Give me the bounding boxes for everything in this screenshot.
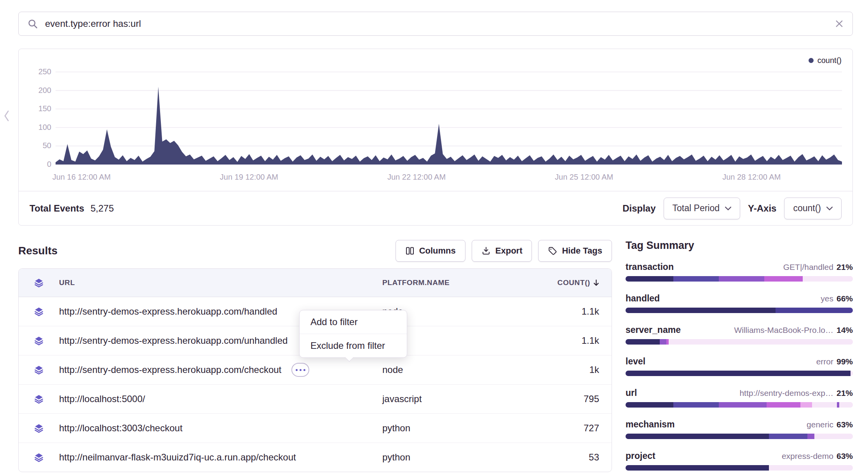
yaxis-value: count() [793, 203, 821, 214]
stack-icon [34, 423, 44, 433]
stack-icon [34, 365, 44, 375]
url-cell: http://neilmanvar-flask-m3uuizd7iq-uc.a.… [59, 452, 296, 463]
tag-bar-segment [851, 371, 853, 376]
columns-icon [405, 246, 415, 256]
legend-label: count() [817, 56, 842, 65]
ellipsis-dot [303, 369, 305, 371]
tag-bar-segment [669, 339, 853, 345]
tag-summary-title: Tag Summary [626, 240, 853, 252]
menu-item-exclude-from-filter[interactable]: Exclude from filter [300, 334, 407, 357]
table-row[interactable]: http://localhost:3003/checkoutpython727 [19, 413, 612, 443]
display-period-value: Total Period [673, 203, 720, 214]
menu-item-add-to-filter[interactable]: Add to filter [300, 310, 407, 334]
tag-icon [548, 246, 557, 256]
tag-bar-segment [839, 402, 853, 408]
tag-top-value: yes66% [821, 294, 853, 303]
results-header: Results Columns Export Hide Tags [18, 240, 612, 262]
sort-desc-icon [593, 280, 599, 286]
chart-legend[interactable]: count() [809, 56, 842, 65]
tag-bar-segment [626, 434, 769, 439]
tag-distribution-bar[interactable] [626, 465, 853, 471]
tag-bar-segment [800, 402, 812, 408]
ellipsis-dot [296, 369, 298, 371]
table-row[interactable]: http://sentry-demos-express.herokuapp.co… [19, 355, 612, 384]
tag-bar-segment [767, 402, 801, 408]
count-cell: 53 [589, 452, 599, 463]
column-header-platform[interactable]: PLATFORM.NAME [382, 278, 531, 287]
area-chart [56, 72, 842, 164]
y-axis-tick: 50 [24, 141, 51, 150]
search-input[interactable] [44, 18, 828, 30]
count-series-area [56, 87, 842, 164]
tag-bar-segment [626, 371, 851, 376]
count-cell: 1.1k [582, 306, 599, 317]
x-axis-tick: Jun 25 12:00 AM [555, 173, 613, 182]
discover-page: count() 050100150200250 Jun 16 12:00 AMJ… [0, 0, 868, 476]
tag-name: mechanism [626, 419, 675, 430]
events-chart-panel: count() 050100150200250 Jun 16 12:00 AMJ… [18, 49, 853, 226]
tag-name: transaction [626, 262, 674, 272]
yaxis-dropdown[interactable]: count() [784, 198, 842, 219]
display-label: Display [622, 203, 655, 214]
tag-top-value: error99% [816, 357, 853, 366]
table-row[interactable]: http://neilmanvar-flask-m3uuizd7iq-uc.a.… [19, 443, 612, 472]
tag-name: handled [626, 293, 660, 304]
tag-entry: server_nameWilliams-MacBook-Pro.lo…14% [626, 325, 853, 345]
tag-entry: transactionGET|/handled21% [626, 262, 853, 282]
export-button[interactable]: Export [472, 240, 532, 262]
tag-distribution-bar[interactable] [626, 371, 853, 376]
platform-cell: javascript [382, 394, 422, 404]
tag-bar-segment [812, 402, 837, 408]
y-axis-tick: 200 [24, 86, 51, 95]
y-axis-tick: 150 [24, 104, 51, 113]
yaxis-label: Y-Axis [748, 203, 776, 214]
search-icon [27, 18, 38, 29]
chart-y-axis: 050100150200250 [24, 72, 51, 164]
hide-tags-button[interactable]: Hide Tags [538, 240, 612, 262]
stack-icon [34, 278, 44, 288]
columns-button[interactable]: Columns [396, 240, 465, 262]
display-period-dropdown[interactable]: Total Period [664, 198, 740, 219]
tag-distribution-bar[interactable] [626, 402, 853, 408]
clear-search-icon[interactable] [835, 19, 844, 28]
y-axis-tick: 100 [24, 123, 51, 132]
tag-bar-segment [626, 402, 673, 408]
ellipsis-dot [300, 369, 302, 371]
tag-top-value: GET|/handled21% [783, 262, 853, 272]
tag-name: url [626, 388, 637, 398]
tag-bar-segment [626, 276, 673, 282]
table-row[interactable]: http://localhost:5000/javascript795 [19, 384, 612, 413]
stack-icon [34, 394, 44, 404]
x-axis-tick: Jun 16 12:00 AM [52, 173, 111, 182]
legend-dot [809, 58, 814, 63]
column-header-count[interactable]: COUNT() [531, 278, 612, 287]
total-events-value: 5,275 [91, 203, 114, 214]
tag-bar-segment [764, 276, 803, 282]
tag-bar-segment [626, 339, 660, 345]
tag-bar-segment [626, 465, 769, 471]
count-cell: 795 [584, 394, 599, 404]
x-axis-tick: Jun 22 12:00 AM [387, 173, 446, 182]
y-axis-tick: 0 [24, 160, 51, 169]
tag-bar-segment [660, 339, 667, 345]
results-table: URL PLATFORM.NAME COUNT() http://sentry-… [18, 268, 612, 472]
tag-distribution-bar[interactable] [626, 434, 853, 439]
tag-entry: mechanismgeneric63% [626, 419, 853, 439]
row-context-menu: Add to filter Exclude from filter [299, 310, 407, 358]
tag-top-value: http://sentry-demos-exp…21% [739, 388, 853, 398]
row-actions-button[interactable] [291, 363, 309, 377]
table-header: URL PLATFORM.NAME COUNT() [19, 269, 612, 297]
tag-distribution-bar[interactable] [626, 308, 853, 313]
export-button-label: Export [495, 246, 523, 256]
panel-resize-handle[interactable] [4, 110, 9, 123]
platform-cell: node [382, 364, 403, 375]
column-header-url[interactable]: URL [59, 278, 382, 287]
x-axis-tick: Jun 28 12:00 AM [722, 173, 781, 182]
tag-bar-segment [673, 276, 719, 282]
x-axis-tick: Jun 19 12:00 AM [220, 173, 278, 182]
tag-distribution-bar[interactable] [626, 339, 853, 345]
tag-bar-segment [719, 402, 767, 408]
tag-distribution-bar[interactable] [626, 276, 853, 282]
platform-cell: python [382, 452, 410, 462]
total-events-label: Total Events [30, 203, 84, 214]
